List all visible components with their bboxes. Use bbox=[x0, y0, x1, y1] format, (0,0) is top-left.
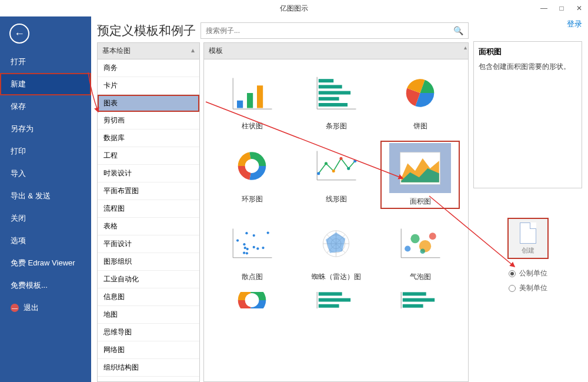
svg-rect-2 bbox=[257, 85, 263, 108]
template-item-partial[interactable] bbox=[380, 291, 460, 309]
nav-item-8[interactable]: 选项 bbox=[0, 230, 91, 252]
category-item-6[interactable]: 时装设计 bbox=[98, 165, 199, 182]
template-label: 散点图 bbox=[242, 272, 263, 282]
category-header: 基本绘图 bbox=[102, 46, 131, 56]
exit-icon: — bbox=[11, 304, 19, 312]
category-item-5[interactable]: 工程 bbox=[98, 147, 199, 165]
search-icon[interactable]: 🔍 bbox=[451, 26, 466, 35]
back-button[interactable]: ← bbox=[9, 24, 29, 44]
svg-point-18 bbox=[243, 243, 245, 245]
category-item-16[interactable]: 网络图 bbox=[98, 341, 199, 359]
category-item-3[interactable]: 剪切画 bbox=[98, 112, 199, 129]
detail-desc: 包含创建面积图需要的形状。 bbox=[479, 62, 577, 72]
template-thumb bbox=[221, 68, 283, 118]
search-box[interactable]: 🔍 bbox=[201, 22, 469, 39]
svg-point-15 bbox=[244, 247, 246, 249]
radio-metric[interactable]: 公制单位 bbox=[509, 268, 547, 278]
sidebar: ← 打开新建保存另存为打印导入导出 & 发送关闭选项免费 Edraw Viewe… bbox=[0, 16, 91, 382]
template-header: 模板 bbox=[209, 46, 223, 55]
template-thumb bbox=[389, 68, 451, 118]
template-thumb bbox=[305, 218, 367, 268]
category-item-13[interactable]: 信息图 bbox=[98, 288, 199, 306]
svg-rect-4 bbox=[319, 85, 342, 88]
svg-point-42 bbox=[420, 248, 426, 254]
category-item-9[interactable]: 表格 bbox=[98, 218, 199, 235]
template-label: 线形图 bbox=[326, 194, 347, 204]
svg-point-20 bbox=[253, 245, 255, 248]
detail-title: 面积图 bbox=[479, 46, 577, 57]
search-input[interactable] bbox=[203, 24, 451, 37]
svg-rect-45 bbox=[319, 298, 350, 302]
nav-item-10[interactable]: 免费模板... bbox=[0, 274, 91, 297]
template-item-pie[interactable]: 饼图 bbox=[380, 68, 460, 131]
svg-rect-5 bbox=[319, 91, 350, 94]
nav-exit[interactable]: — 退出 bbox=[0, 297, 91, 319]
category-item-0[interactable]: 商务 bbox=[98, 59, 199, 77]
template-label: 柱状图 bbox=[242, 121, 263, 131]
collapse-icon[interactable]: ▴ bbox=[191, 46, 195, 56]
page-title: 预定义模板和例子 bbox=[97, 22, 196, 39]
svg-rect-49 bbox=[403, 292, 426, 295]
maximize-button[interactable]: □ bbox=[553, 0, 570, 16]
category-item-15[interactable]: 思维导图 bbox=[98, 324, 199, 341]
svg-point-13 bbox=[353, 159, 356, 162]
nav-item-5[interactable]: 导入 bbox=[0, 162, 91, 185]
template-label: 饼图 bbox=[413, 121, 427, 131]
category-item-10[interactable]: 平面设计 bbox=[98, 235, 199, 253]
template-thumb bbox=[305, 141, 367, 191]
nav-item-7[interactable]: 关闭 bbox=[0, 207, 91, 230]
category-item-8[interactable]: 流程图 bbox=[98, 200, 199, 218]
template-item-partial[interactable] bbox=[212, 291, 292, 309]
template-item-scatter[interactable]: 散点图 bbox=[212, 218, 292, 282]
app-title: 亿图图示 bbox=[280, 4, 308, 14]
template-item-bar[interactable]: 条形图 bbox=[296, 68, 376, 131]
svg-point-22 bbox=[253, 234, 255, 236]
category-item-14[interactable]: 地图 bbox=[98, 306, 199, 324]
svg-rect-46 bbox=[319, 304, 339, 308]
svg-point-21 bbox=[246, 247, 249, 250]
scroll-up-icon[interactable]: ▴ bbox=[464, 44, 467, 51]
svg-point-12 bbox=[347, 167, 350, 170]
svg-rect-7 bbox=[319, 103, 348, 107]
nav-item-4[interactable]: 打印 bbox=[0, 140, 91, 162]
category-item-1[interactable]: 卡片 bbox=[98, 77, 199, 95]
category-panel: 基本绘图 ▴ 商务卡片图表剪切画数据库工程时装设计平面布置图流程图表格平面设计图… bbox=[97, 42, 200, 382]
back-arrow-icon: ← bbox=[14, 28, 25, 40]
template-item-bubble[interactable]: 气泡图 bbox=[380, 218, 460, 282]
svg-point-16 bbox=[262, 246, 264, 248]
document-icon bbox=[520, 222, 536, 244]
nav-item-1[interactable]: 新建 bbox=[0, 73, 91, 95]
svg-point-8 bbox=[317, 172, 320, 175]
template-panel: 模板 ▴ 柱状图条形图饼图环形图线形图面积图散点图蜘蛛（雷达）图气泡图 bbox=[203, 42, 469, 382]
nav-item-6[interactable]: 导出 & 发送 bbox=[0, 185, 91, 207]
category-item-17[interactable]: 组织结构图 bbox=[98, 359, 199, 377]
template-item-partial[interactable] bbox=[296, 291, 376, 309]
nav-item-3[interactable]: 另存为 bbox=[0, 118, 91, 140]
minimize-button[interactable]: — bbox=[535, 0, 553, 16]
radio-imperial-label: 美制单位 bbox=[519, 283, 547, 293]
category-item-18[interactable]: 项目管理 bbox=[98, 377, 199, 382]
template-item-column[interactable]: 柱状图 bbox=[212, 68, 292, 131]
category-item-2[interactable]: 图表 bbox=[98, 95, 199, 112]
category-item-11[interactable]: 图形组织 bbox=[98, 253, 199, 271]
nav-item-2[interactable]: 保存 bbox=[0, 95, 91, 118]
svg-rect-3 bbox=[319, 79, 334, 82]
template-item-line[interactable]: 线形图 bbox=[296, 141, 376, 209]
titlebar: 亿图图示 — □ ✕ bbox=[0, 0, 588, 16]
create-button[interactable]: 创建 bbox=[507, 218, 549, 259]
template-item-radar[interactable]: 蜘蛛（雷达）图 bbox=[296, 218, 376, 282]
template-item-area[interactable]: 面积图 bbox=[380, 141, 460, 209]
category-item-7[interactable]: 平面布置图 bbox=[98, 182, 199, 200]
close-button[interactable]: ✕ bbox=[570, 0, 588, 16]
template-thumb bbox=[389, 218, 451, 268]
category-item-4[interactable]: 数据库 bbox=[98, 129, 199, 147]
svg-point-23 bbox=[246, 252, 248, 254]
template-item-doughnut[interactable]: 环形图 bbox=[212, 141, 292, 209]
window-controls: — □ ✕ bbox=[535, 0, 588, 16]
radio-imperial[interactable]: 美制单位 bbox=[509, 283, 547, 293]
nav-item-9[interactable]: 免费 Edraw Viewer bbox=[0, 252, 91, 274]
category-item-12[interactable]: 工业自动化 bbox=[98, 271, 199, 288]
nav-item-0[interactable]: 打开 bbox=[0, 51, 91, 73]
template-label: 条形图 bbox=[326, 121, 347, 131]
svg-point-26 bbox=[243, 251, 245, 254]
